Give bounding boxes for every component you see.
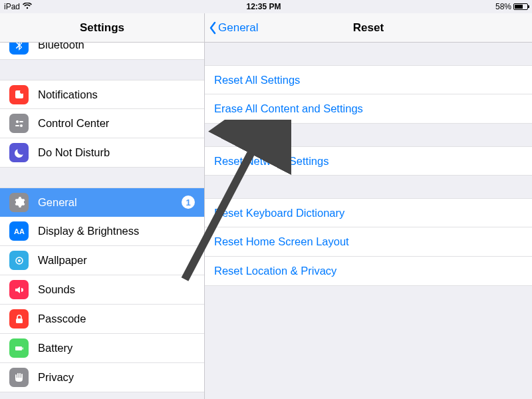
hand-icon [9,368,29,387]
sidebar-item-label: General [38,196,182,209]
svg-rect-3 [19,121,23,122]
reset-network-settings[interactable]: Reset Network Settings [205,146,532,176]
svg-point-1 [20,90,24,94]
sidebar-item-label: Display & Brightness [38,225,204,237]
sidebar-item-bluetooth[interactable]: Bluetooth [0,43,204,60]
sidebar-title: Settings [0,21,204,35]
sidebar-item-label: Privacy [38,371,204,384]
svg-text:AA: AA [14,227,25,235]
chevron-left-icon [209,21,217,35]
svg-rect-5 [15,125,19,126]
sidebar-item-privacy[interactable]: Privacy [0,363,204,392]
sidebar-item-label: Bluetooth [38,43,204,51]
sidebar-list[interactable]: Wi-Fi Bluetooth Notifications Control Ce… [0,43,204,399]
erase-all-content[interactable]: Erase All Content and Settings [205,94,532,124]
reset-home-screen-layout[interactable]: Reset Home Screen Layout [205,227,532,257]
battery-icon [9,338,29,358]
sidebar-item-label: Wallpaper [38,254,204,267]
sidebar-item-passcode[interactable]: Passcode [0,305,204,334]
detail-nav: General Reset [205,13,532,43]
detail-pane: General Reset Reset All Settings Erase A… [205,13,532,399]
svg-point-8 [18,259,21,262]
display-icon: AA [9,221,29,241]
sidebar-item-sounds[interactable]: Sounds [0,275,204,305]
sounds-icon [9,280,29,299]
device-label: iPad [4,2,20,11]
reset-location-privacy[interactable]: Reset Location & Privacy [205,257,532,286]
sidebar-item-label: Notifications [38,88,204,101]
sidebar-item-label: Do Not Disturb [38,146,204,159]
svg-rect-10 [15,346,22,350]
clock: 12:35 PM [32,2,495,11]
reset-all-settings[interactable]: Reset All Settings [205,65,532,94]
notifications-icon [9,85,29,104]
sidebar-nav: Settings [0,13,204,43]
moon-icon [9,143,29,162]
back-button[interactable]: General [205,21,258,35]
svg-point-2 [16,120,19,123]
control-center-icon [9,114,29,133]
sidebar-item-wallpaper[interactable]: Wallpaper [0,246,204,275]
sidebar-item-display[interactable]: AA Display & Brightness [0,217,204,246]
sidebar-item-do-not-disturb[interactable]: Do Not Disturb [0,138,204,168]
battery-percent: 58% [495,2,511,11]
status-bar: iPad 12:35 PM 58% [0,0,532,13]
svg-rect-11 [22,347,23,349]
sidebar-item-control-center[interactable]: Control Center [0,109,204,138]
sidebar-item-label: Battery [38,342,204,354]
badge: 1 [182,196,195,209]
sidebar-item-battery[interactable]: Battery [0,334,204,363]
sidebar: Settings Wi-Fi Bluetooth Notifications [0,13,205,399]
sidebar-item-label: Passcode [38,313,204,325]
wifi-icon [23,2,32,11]
svg-rect-9 [16,319,23,323]
gear-icon [9,193,29,212]
sidebar-item-label: Sounds [38,283,204,296]
lock-icon [9,309,29,329]
svg-point-4 [20,124,23,127]
wallpaper-icon [9,251,29,270]
bluetooth-icon [9,43,29,55]
sidebar-item-label: Control Center [38,117,204,130]
sidebar-item-general[interactable]: General 1 [0,188,204,217]
detail-list[interactable]: Reset All Settings Erase All Content and… [205,43,532,399]
back-label: General [218,21,258,35]
reset-keyboard-dictionary[interactable]: Reset Keyboard Dictionary [205,198,532,227]
sidebar-item-notifications[interactable]: Notifications [0,80,204,109]
battery-icon [513,3,528,10]
